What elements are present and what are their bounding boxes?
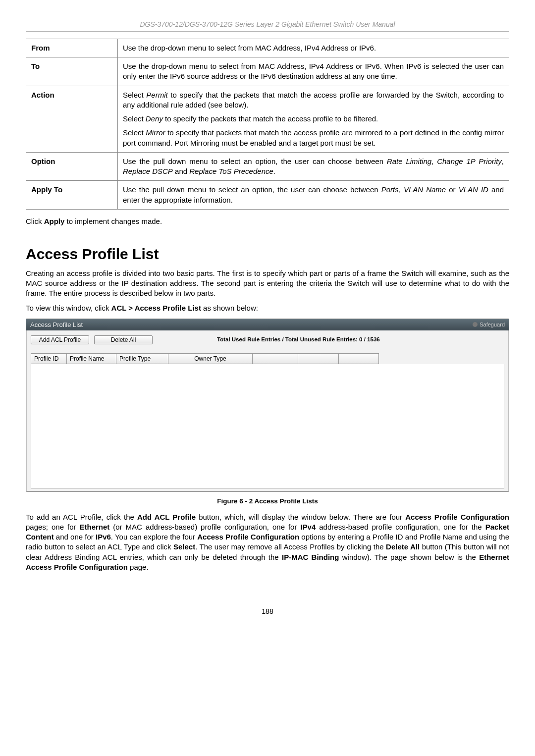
button-row: Add ACL Profile Delete All Total Used Ru… [31,335,504,344]
panel-title: Access Profile List [30,321,83,329]
safeguard-icon [473,322,478,327]
safeguard-label: Safeguard [480,321,505,328]
section-title: Access Profile List [26,244,509,265]
add-acl-profile-button[interactable]: Add ACL Profile [31,335,89,344]
table-row: OptionUse the pull down menu to select a… [26,152,509,181]
page-number: 188 [26,607,509,616]
delete-all-button[interactable]: Delete All [94,335,153,344]
table-row: Apply ToUse the pull down menu to select… [26,181,509,210]
list-body [31,364,504,489]
figure-caption: Figure 6 - 2 Access Profile Lists [26,497,509,506]
list-header: Profile ID Profile Name Profile Type Own… [31,353,504,364]
col-blank-3 [338,353,379,364]
col-profile-type[interactable]: Profile Type [116,353,168,364]
after-table-note: Click Apply to implement changes made. [26,216,509,226]
col-blank-2 [298,353,338,364]
doc-header-title: DGS-3700-12/DGS-3700-12G Series Layer 2 … [140,20,395,28]
col-profile-name[interactable]: Profile Name [66,353,116,364]
col-blank-1 [252,353,298,364]
param-label: Option [26,152,118,181]
section-intro: Creating an access profile is divided in… [26,269,509,299]
access-profile-list-panel: Access Profile List Safeguard Add ACL Pr… [26,319,509,492]
table-row: ToUse the drop-down menu to select from … [26,57,509,86]
table-row: ActionSelect Permit to specify that the … [26,86,509,152]
param-desc: Use the pull down menu to select an opti… [118,181,509,210]
body-paragraph: To add an ACL Profile, click the Add ACL… [26,512,509,573]
param-desc-para: Use the drop-down menu to select from MA… [123,61,504,82]
param-label: From [26,39,118,57]
doc-header: DGS-3700-12/DGS-3700-12G Series Layer 2 … [26,20,509,32]
param-desc-para: Use the drop-down menu to select from MA… [123,43,504,53]
panel-titlebar: Access Profile List Safeguard [26,319,509,331]
param-desc: Use the drop-down menu to select from MA… [118,57,509,86]
param-desc-para: Select Deny to specify the packets that … [123,114,504,124]
param-desc-para: Select Mirror to specify that packets th… [123,128,504,148]
param-desc: Select Permit to specify that the packet… [118,86,509,152]
panel-body: Add ACL Profile Delete All Total Used Ru… [26,330,509,491]
rule-entries-counter: Total Used Rule Entries / Total Unused R… [217,336,380,344]
parameter-table: FromUse the drop-down menu to select fro… [26,39,509,210]
table-row: FromUse the drop-down menu to select fro… [26,39,509,57]
param-desc: Use the pull down menu to select an opti… [118,152,509,181]
param-desc-para: Use the pull down menu to select an opti… [123,157,504,177]
nav-line: To view this window, click ACL > Access … [26,303,509,313]
col-owner-type[interactable]: Owner Type [168,353,252,364]
param-label: Apply To [26,181,118,210]
param-desc-para: Select Permit to specify that the packet… [123,90,504,110]
param-label: To [26,57,118,86]
col-profile-id[interactable]: Profile ID [31,353,66,364]
param-label: Action [26,86,118,152]
param-desc: Use the drop-down menu to select from MA… [118,39,509,57]
safeguard-badge: Safeguard [473,321,505,328]
param-desc-para: Use the pull down menu to select an opti… [123,185,504,205]
